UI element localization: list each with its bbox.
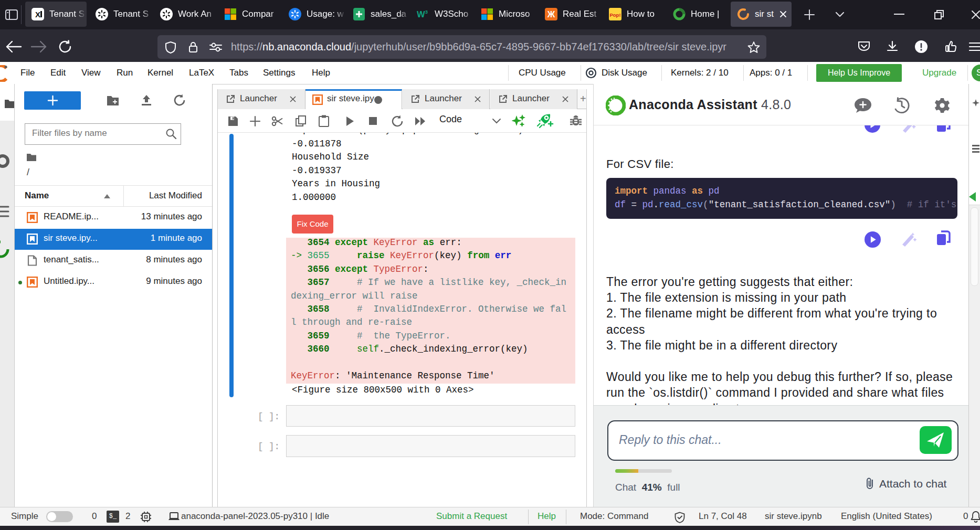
svg-text:X: X: [35, 10, 40, 19]
svg-text:Pop!: Pop!: [609, 12, 620, 18]
svg-text:3: 3: [425, 9, 428, 15]
svg-text:Ж: Ж: [547, 10, 555, 19]
svg-text:W: W: [417, 9, 425, 19]
